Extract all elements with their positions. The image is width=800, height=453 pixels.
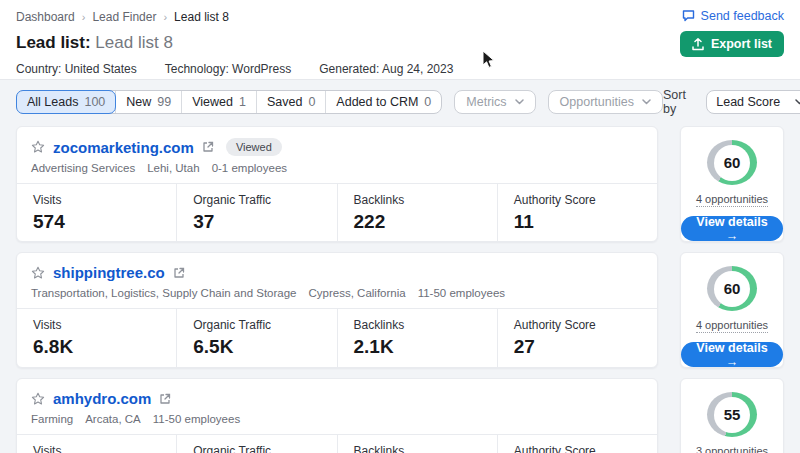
page-title-label: Lead list: [16, 33, 91, 52]
lead-industry: Farming [31, 413, 73, 425]
tab-new[interactable]: New 99 [115, 91, 181, 113]
tab-all-leads[interactable]: All Leads 100 [16, 90, 116, 114]
opportunities-link[interactable]: 4 opportunities [696, 319, 768, 333]
lead-row: zocomarketing.com Viewed Advertising Ser… [16, 126, 784, 242]
sort-select-value: Lead Score [716, 95, 780, 109]
view-details-button[interactable]: View details → [681, 342, 783, 367]
lead-industry: Advertising Services [31, 162, 135, 174]
metric-organic-traffic: Organic Traffic [176, 435, 336, 453]
opportunities-link[interactable]: 3 opportunities [696, 445, 768, 453]
lead-status-tabs: All Leads 100 New 99 Viewed 1 Saved 0 Ad… [16, 90, 442, 114]
lead-metrics: Visits 574 Organic Traffic 37 Backlinks … [17, 183, 657, 241]
lead-location: Cypress, California [309, 287, 406, 299]
tab-viewed[interactable]: Viewed 1 [181, 91, 256, 113]
external-link-icon[interactable] [173, 267, 185, 279]
sort-area: Sort by Lead Score [663, 88, 800, 116]
metrics-dropdown[interactable]: Metrics [454, 90, 535, 114]
metric-authority-score: Authority Score 11 [497, 184, 657, 241]
lead-row: amhydro.com Farming Arcata, CA 11-50 emp… [16, 378, 784, 453]
lead-score-donut: 55 [707, 392, 757, 437]
lead-card: zocomarketing.com Viewed Advertising Ser… [16, 126, 658, 242]
viewed-badge: Viewed [226, 138, 282, 156]
chevron-down-icon [795, 99, 800, 105]
external-link-icon[interactable] [202, 141, 214, 153]
tab-added-to-crm-label: Added to CRM [336, 95, 418, 109]
tab-saved-label: Saved [267, 95, 302, 109]
lead-score-donut: 60 [707, 140, 757, 185]
sort-by-label: Sort by [663, 88, 698, 116]
lead-domain-link[interactable]: zocomarketing.com [53, 139, 194, 156]
opportunities-dropdown[interactable]: Opportunities [548, 90, 663, 114]
meta-generated: Generated: Aug 24, 2023 [319, 62, 453, 76]
tab-new-label: New [126, 95, 151, 109]
metric-visits: Visits 574 [17, 184, 176, 241]
tab-added-to-crm[interactable]: Added to CRM 0 [325, 91, 441, 113]
opportunities-dropdown-label: Opportunities [560, 95, 634, 109]
lead-location: Arcata, CA [85, 413, 141, 425]
star-icon[interactable] [31, 140, 45, 154]
lead-card-head: shippingtree.co Transportation, Logistic… [17, 253, 657, 308]
page-header: Dashboard › Lead Finder › Lead list 8 Le… [0, 0, 800, 80]
lead-score-value: 60 [714, 145, 750, 181]
lead-score-value: 55 [714, 397, 750, 433]
breadcrumb-dashboard[interactable]: Dashboard [16, 10, 75, 24]
star-icon[interactable] [31, 392, 45, 406]
breadcrumb-separator: › [163, 11, 167, 23]
lead-score-panel: 55 3 opportunities View details → [680, 378, 784, 453]
lead-employees: 11-50 employees [153, 413, 240, 425]
meta-country: Country: United States [16, 62, 137, 76]
lead-industry: Transportation, Logistics, Supply Chain … [31, 287, 297, 299]
breadcrumb-lead-finder[interactable]: Lead Finder [92, 10, 156, 24]
lead-subtitle: Advertising Services Lehi, Utah 0-1 empl… [31, 162, 643, 174]
breadcrumb: Dashboard › Lead Finder › Lead list 8 [16, 10, 784, 24]
tab-viewed-label: Viewed [192, 95, 233, 109]
tab-saved-count: 0 [308, 95, 315, 109]
lead-card: amhydro.com Farming Arcata, CA 11-50 emp… [16, 378, 658, 453]
metric-backlinks: Backlinks [337, 435, 497, 453]
external-link-icon[interactable] [159, 393, 171, 405]
chevron-down-icon [642, 99, 651, 105]
lead-row: shippingtree.co Transportation, Logistic… [16, 252, 784, 368]
lead-metrics: Visits 6.8K Organic Traffic 6.5K Backlin… [17, 308, 657, 367]
metric-authority-score: Authority Score [497, 435, 657, 453]
lead-card-head: amhydro.com Farming Arcata, CA 11-50 emp… [17, 379, 657, 434]
export-list-button[interactable]: Export list [680, 31, 784, 57]
page-title-value: Lead list 8 [95, 33, 173, 52]
tab-all-leads-label: All Leads [27, 95, 78, 109]
sort-select[interactable]: Lead Score [706, 90, 800, 114]
export-upload-icon [692, 38, 704, 51]
breadcrumb-lead-list-8: Lead list 8 [174, 10, 229, 24]
lead-card-head: zocomarketing.com Viewed Advertising Ser… [17, 127, 657, 183]
opportunities-link[interactable]: 4 opportunities [696, 193, 768, 207]
export-list-label: Export list [711, 37, 772, 51]
lead-employees: 11-50 employees [418, 287, 505, 299]
metric-visits: Visits 6.8K [17, 309, 176, 367]
star-icon[interactable] [31, 266, 45, 280]
list-meta: Country: United States Technology: WordP… [16, 62, 784, 76]
metric-organic-traffic: Organic Traffic 37 [176, 184, 336, 241]
lead-metrics: Visits Organic Traffic Backlinks Authori… [17, 434, 657, 453]
metric-authority-score: Authority Score 27 [497, 309, 657, 367]
lead-employees: 0-1 employees [212, 162, 287, 174]
lead-subtitle: Transportation, Logistics, Supply Chain … [31, 287, 643, 299]
meta-technology: Technology: WordPress [165, 62, 292, 76]
lead-score-value: 60 [714, 271, 750, 307]
lead-score-panel: 60 4 opportunities View details → [680, 126, 784, 242]
tab-new-count: 99 [157, 95, 171, 109]
metrics-dropdown-label: Metrics [466, 95, 506, 109]
lead-domain-link[interactable]: amhydro.com [53, 390, 151, 407]
metric-organic-traffic: Organic Traffic 6.5K [176, 309, 336, 367]
send-feedback-link[interactable]: Send feedback [682, 9, 784, 23]
metric-backlinks: Backlinks 2.1K [337, 309, 497, 367]
lead-list: zocomarketing.com Viewed Advertising Ser… [0, 126, 800, 453]
lead-score-panel: 60 4 opportunities View details → [680, 252, 784, 368]
tab-viewed-count: 1 [239, 95, 246, 109]
feedback-bubble-icon [682, 10, 695, 22]
lead-domain-link[interactable]: shippingtree.co [53, 264, 165, 281]
lead-card: shippingtree.co Transportation, Logistic… [16, 252, 658, 368]
lead-location: Lehi, Utah [147, 162, 199, 174]
tab-saved[interactable]: Saved 0 [256, 91, 325, 113]
view-details-button[interactable]: View details → [681, 216, 783, 241]
lead-score-donut: 60 [707, 266, 757, 311]
send-feedback-label: Send feedback [701, 9, 784, 23]
